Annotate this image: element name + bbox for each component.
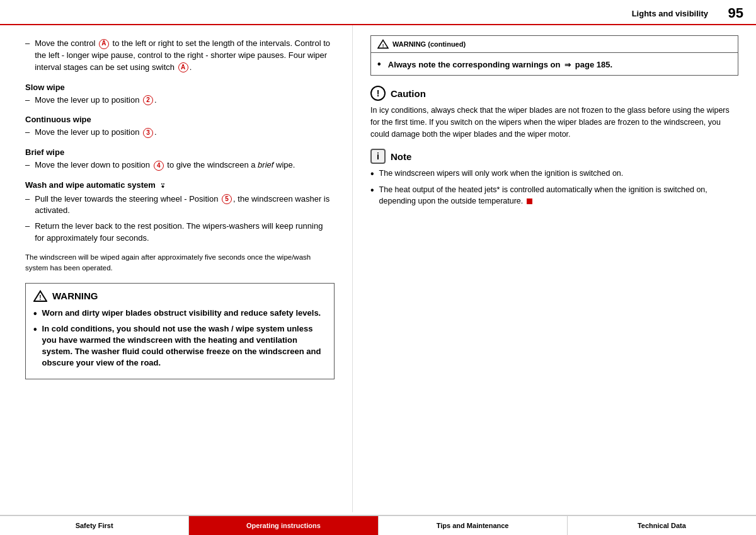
footer-item-safety: Safety First xyxy=(0,516,189,535)
wash-wipe-item-1: – Pull the lever towards the steering wh… xyxy=(25,193,335,217)
footer-item-technical: Technical Data xyxy=(568,516,756,535)
dash-symbol: – xyxy=(25,193,30,205)
chapter-title: Lights and visibility xyxy=(632,9,708,18)
warning-continued-title: WARNING (continued) xyxy=(392,40,466,48)
note-item-1: • The windscreen wipers will only work w… xyxy=(370,168,738,180)
slow-wipe-item: – Move the lever up to position 2. xyxy=(25,95,335,106)
badge-a-2: A xyxy=(178,62,188,72)
footer-label-operating: Operating instructions xyxy=(246,522,321,529)
svg-text:!: ! xyxy=(39,294,41,301)
note-text-2: The heat output of the heated jets* is c… xyxy=(379,184,738,207)
main-content: – Move the control A to the left or righ… xyxy=(0,25,756,512)
brief-wipe-item: – Move the lever down to position 4 to g… xyxy=(25,159,335,171)
wash-wipe-heading: Wash and wipe automatic system ⍣ xyxy=(25,180,335,191)
footer-label-safety: Safety First xyxy=(76,522,113,529)
brief-wipe-heading: Brief wipe xyxy=(25,147,335,157)
warning-continued-box: ! WARNING (continued) • Always note the … xyxy=(370,35,738,76)
continuous-wipe-item: – Move the lever up to position 3. xyxy=(25,127,335,139)
wash-wipe-text-2: Return the lever back to the rest positi… xyxy=(35,221,335,244)
warning-continued-text-before: Always note the corresponding warnings o… xyxy=(388,60,561,69)
dash-symbol: – xyxy=(25,38,30,50)
right-column: ! WARNING (continued) • Always note the … xyxy=(353,25,756,512)
warning-continued-text-after: page 185. xyxy=(575,60,612,69)
note-title: Note xyxy=(391,151,411,162)
wiper-symbol: ⍣ xyxy=(160,181,165,191)
warning-triangle-icon: ! xyxy=(33,290,47,302)
dash-symbol: – xyxy=(25,95,30,106)
caution-body: In icy conditions, always check that the… xyxy=(370,105,738,140)
dash-symbol: – xyxy=(25,221,30,233)
footer-item-tips: Tips and Maintenance xyxy=(379,516,568,535)
warning-continued-bullet: • xyxy=(377,59,381,69)
warning-title: WARNING xyxy=(52,291,98,301)
footer-label-technical: Technical Data xyxy=(638,522,686,529)
dash-symbol: – xyxy=(25,159,30,171)
warning-box: ! WARNING • Worn and dirty wiper blades … xyxy=(25,283,335,380)
badge-3: 3 xyxy=(143,128,153,138)
continuous-wipe-text: Move the lever up to position 3. xyxy=(35,127,156,139)
warning-continued-triangle-icon: ! xyxy=(377,39,389,49)
note-text-1: The windscreen wipers will only work whe… xyxy=(379,168,624,179)
intro-text: Move the control A to the left or right … xyxy=(35,38,335,74)
page-number: 95 xyxy=(721,5,743,21)
note-bullet-2: • xyxy=(370,184,374,196)
wash-wipe-heading-text: Wash and wipe automatic system xyxy=(25,180,156,190)
caution-icon: ! xyxy=(370,86,386,101)
brief-wipe-text: Move the lever down to position 4 to giv… xyxy=(35,159,295,171)
warning-bullet-1: • xyxy=(33,308,37,319)
warning-continued-header: ! WARNING (continued) xyxy=(371,36,738,53)
note-icon: i xyxy=(370,149,386,164)
small-text-paragraph: The windscreen will be wiped again after… xyxy=(25,252,335,274)
svg-text:!: ! xyxy=(382,43,384,49)
badge-a-1: A xyxy=(99,39,109,49)
dash-symbol: – xyxy=(25,127,30,139)
slow-wipe-heading: Slow wipe xyxy=(25,83,335,92)
warning-header: ! WARNING xyxy=(33,290,326,302)
left-column: – Move the control A to the left or righ… xyxy=(0,25,353,512)
continuous-wipe-heading: Continuous wipe xyxy=(25,115,335,124)
note-bullet-1: • xyxy=(370,168,374,180)
warning-item-1: • Worn and dirty wiper blades obstruct v… xyxy=(33,308,326,319)
arrow-right-icon: ⇒ xyxy=(564,60,571,69)
note-section: i Note • The windscreen wipers will only… xyxy=(370,149,738,206)
intro-paragraph: – Move the control A to the left or righ… xyxy=(25,38,335,74)
warning-bullet-2: • xyxy=(33,323,37,335)
footer: Safety First Operating instructions Tips… xyxy=(0,515,756,535)
end-square-icon xyxy=(527,198,532,204)
page-header: Lights and visibility 95 xyxy=(0,0,756,25)
caution-title: Caution xyxy=(391,88,426,99)
footer-item-operating: Operating instructions xyxy=(189,516,378,535)
warning-text-2: In cold conditions, you should not use t… xyxy=(42,323,326,369)
note-header: i Note xyxy=(370,149,738,164)
warning-text-1: Worn and dirty wiper blades obstruct vis… xyxy=(42,308,321,319)
badge-4: 4 xyxy=(154,161,164,171)
caution-section: ! Caution In icy conditions, always chec… xyxy=(370,86,738,140)
note-item-2: • The heat output of the heated jets* is… xyxy=(370,184,738,207)
badge-5: 5 xyxy=(222,194,232,204)
warning-item-2: • In cold conditions, you should not use… xyxy=(33,323,326,369)
wash-wipe-item-2: – Return the lever back to the rest posi… xyxy=(25,221,335,244)
slow-wipe-text: Move the lever up to position 2. xyxy=(35,95,156,106)
warning-continued-body: • Always note the corresponding warnings… xyxy=(371,53,738,75)
caution-header: ! Caution xyxy=(370,86,738,101)
badge-2: 2 xyxy=(143,95,153,105)
wash-wipe-text-1: Pull the lever towards the steering whee… xyxy=(35,193,335,217)
footer-label-tips: Tips and Maintenance xyxy=(437,522,509,529)
warning-continued-text: Always note the corresponding warnings o… xyxy=(388,60,612,69)
